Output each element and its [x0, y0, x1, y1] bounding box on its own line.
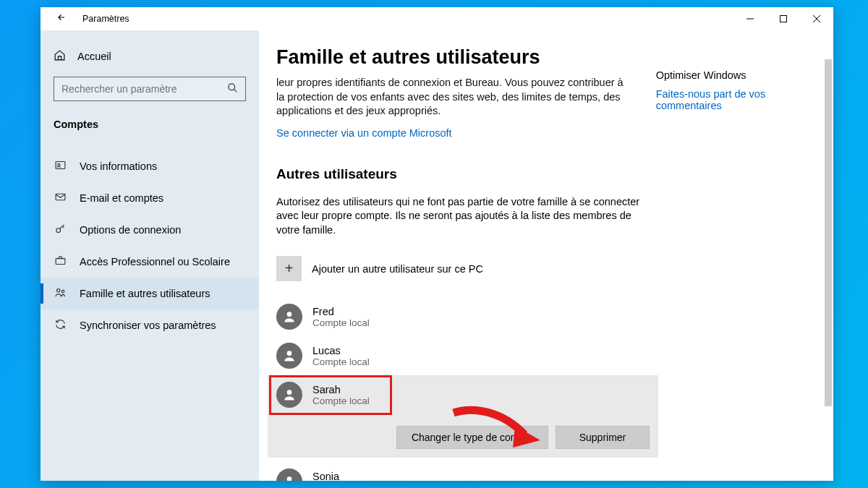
user-type: Compte local [312, 395, 370, 406]
other-users-description: Autorisez des utilisateurs qui ne font p… [276, 195, 652, 238]
user-item-lucas[interactable]: Lucas Compte local [276, 336, 816, 375]
sidebar-item-signin-options[interactable]: Options de connexion [41, 214, 259, 246]
user-list: Fred Compte local Lucas Compte local [276, 297, 816, 481]
sidebar-item-family[interactable]: Famille et autres utilisateurs [41, 278, 259, 309]
svg-line-5 [234, 89, 237, 92]
user-item-sarah-selected: Sarah Compte local Changer le type de co… [268, 375, 658, 458]
sync-icon [54, 318, 67, 333]
avatar [276, 382, 302, 408]
change-account-type-button[interactable]: Changer le type de compte [396, 426, 548, 449]
svg-point-11 [56, 289, 59, 292]
svg-point-17 [287, 477, 292, 481]
svg-point-7 [57, 163, 59, 166]
home-label: Accueil [77, 51, 111, 62]
home-button[interactable]: Accueil [41, 42, 259, 71]
user-name: Sarah [312, 384, 370, 395]
page-description: leur propres identifiants de connexion e… [276, 76, 627, 119]
briefcase-icon [54, 254, 67, 269]
search-input[interactable] [54, 77, 245, 100]
sidebar-item-label: E-mail et comptes [80, 192, 163, 204]
home-icon [54, 49, 66, 64]
user-card-icon [54, 159, 67, 174]
mail-icon [54, 191, 67, 205]
scrollbar[interactable] [825, 59, 832, 406]
svg-point-13 [287, 312, 292, 317]
family-icon [54, 286, 67, 301]
sidebar: Accueil Comptes Vos informations [41, 30, 259, 481]
plus-icon: + [276, 256, 302, 281]
search-icon [227, 82, 238, 95]
minimize-button[interactable] [733, 7, 767, 30]
user-name: Lucas [312, 345, 370, 356]
main-content: Famille et autres utilisateurs leur prop… [259, 30, 833, 481]
titlebar: Paramètres [41, 7, 833, 30]
sidebar-item-email[interactable]: E-mail et comptes [41, 182, 259, 214]
feedback-link[interactable]: Faites-nous part de vos commentaires [656, 88, 816, 111]
user-item-sarah[interactable]: Sarah Compte local [276, 382, 650, 414]
svg-rect-10 [56, 259, 65, 265]
user-type: Compte local [312, 317, 370, 328]
window-title: Paramètres [82, 14, 129, 24]
remove-button[interactable]: Supprimer [556, 426, 650, 449]
avatar [276, 304, 302, 330]
add-user-label: Ajouter un autre utilisateur sur ce PC [312, 263, 483, 275]
svg-point-15 [287, 390, 292, 395]
avatar [276, 468, 302, 481]
maximize-button[interactable] [767, 7, 800, 30]
sidebar-nav: Vos informations E-mail et comptes Optio… [41, 150, 259, 341]
page-title: Famille et autres utilisateurs [276, 46, 627, 69]
sidebar-item-label: Accès Professionnel ou Scolaire [80, 256, 230, 267]
sidebar-item-sync[interactable]: Synchroniser vos paramètres [41, 309, 259, 341]
avatar [276, 343, 302, 369]
sidebar-item-work-school[interactable]: Accès Professionnel ou Scolaire [41, 246, 259, 278]
user-name: Sonia [312, 471, 370, 481]
sidebar-item-label: Synchroniser vos paramètres [80, 320, 216, 331]
sidebar-item-label: Vos informations [80, 160, 157, 172]
settings-window: Paramètres Accueil [41, 7, 833, 481]
sidebar-item-label: Famille et autres utilisateurs [80, 288, 210, 299]
sidebar-item-label: Options de connexion [80, 224, 181, 236]
key-icon [54, 223, 67, 237]
user-item-fred[interactable]: Fred Compte local [276, 297, 816, 336]
optimize-windows-label: Optimiser Windows [656, 69, 816, 81]
svg-point-12 [61, 290, 64, 293]
search-box[interactable] [54, 77, 246, 101]
other-users-heading: Autres utilisateurs [276, 166, 816, 182]
user-type: Compte local [312, 356, 370, 367]
user-item-sonia[interactable]: Sonia Compte local [276, 462, 816, 481]
close-button[interactable] [800, 7, 833, 30]
user-name: Fred [312, 306, 370, 317]
add-user-button[interactable]: + Ajouter un autre utilisateur sur ce PC [276, 256, 816, 281]
microsoft-signin-link[interactable]: Se connecter via un compte Microsoft [276, 127, 627, 139]
sidebar-item-your-info[interactable]: Vos informations [41, 150, 259, 182]
svg-point-4 [229, 84, 235, 90]
svg-point-9 [56, 228, 60, 233]
svg-rect-8 [56, 194, 65, 200]
svg-point-14 [287, 351, 292, 356]
svg-rect-1 [780, 16, 787, 22]
sidebar-section-title: Comptes [41, 113, 259, 140]
back-button[interactable] [56, 12, 67, 25]
